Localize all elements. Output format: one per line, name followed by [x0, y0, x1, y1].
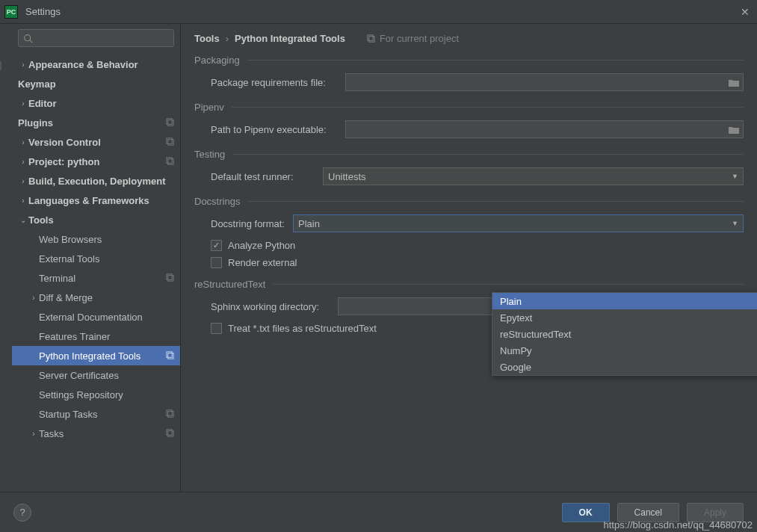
search-input[interactable]: [18, 29, 174, 47]
tree-item[interactable]: ›Version Control: [12, 132, 180, 152]
tree-item[interactable]: ›Tasks: [12, 424, 180, 443]
dropdown-item[interactable]: reStructuredText: [492, 326, 757, 342]
button-bar: ? OK Cancel Apply: [0, 492, 757, 532]
svg-rect-2: [167, 138, 172, 143]
section-docstrings-header: Docstrings: [194, 196, 744, 207]
label-package-req: Package requirements file:: [211, 77, 345, 88]
copy-icon: [366, 34, 376, 43]
section-packaging-header: Packaging: [194, 55, 744, 66]
tree-item-label: Python Integrated Tools: [39, 350, 165, 362]
tree-item-label: Server Certificates: [39, 370, 176, 381]
svg-rect-11: [168, 412, 173, 417]
tree-item-label: Diff & Merge: [39, 292, 176, 303]
tree-item-label: Tasks: [39, 428, 165, 439]
tree-item-label: Editor: [28, 98, 176, 109]
svg-rect-4: [167, 158, 172, 163]
chevron-icon: ⌄: [18, 216, 28, 224]
tree-item-label: Features Trainer: [39, 331, 176, 342]
tree-item-label: Tools: [28, 214, 176, 226]
tree-item[interactable]: Terminal: [12, 268, 180, 288]
tree-item[interactable]: ›Appearance & Behavior: [12, 55, 180, 74]
breadcrumb-sep: ›: [226, 33, 229, 44]
folder-icon[interactable]: [725, 121, 743, 137]
tree-item[interactable]: Settings Repository: [12, 385, 180, 404]
tree-item-label: Startup Tasks: [39, 409, 165, 420]
chevron-icon: ›: [18, 61, 28, 69]
copy-icon: [165, 350, 176, 361]
chevron-icon: ›: [18, 158, 28, 166]
checkbox-analyze-python[interactable]: ✓ Analyze Python: [194, 240, 744, 251]
section-pipenv: Pipenv Path to Pipenv executable:: [194, 102, 744, 138]
tree-item[interactable]: Server Certificates: [12, 365, 180, 385]
dropdown-item[interactable]: Plain: [492, 293, 757, 309]
tree-item[interactable]: ›Editor: [12, 93, 180, 113]
checkbox-render-external[interactable]: Render external: [194, 257, 744, 268]
label-docstring-format: Docstring format:: [211, 218, 293, 229]
body: ›Appearance & BehaviorKeymap›EditorPlugi…: [0, 24, 757, 492]
tree-item[interactable]: Web Browsers: [12, 229, 180, 249]
dropdown-item[interactable]: Epytext: [492, 309, 757, 326]
dropdown-item[interactable]: NumPy: [492, 342, 757, 359]
row-pipenv-path: Path to Pipenv executable:: [194, 120, 744, 138]
folder-icon[interactable]: [725, 74, 743, 90]
tree-item[interactable]: ›Project: python: [12, 152, 180, 171]
tree-item[interactable]: ›Languages & Frameworks: [12, 191, 180, 210]
chevron-icon: ›: [28, 294, 39, 302]
main-panel: Tools › Python Integrated Tools For curr…: [181, 24, 757, 492]
ok-button[interactable]: OK: [562, 503, 610, 522]
label-test-runner: Default test runner:: [211, 171, 323, 182]
dropdown-item[interactable]: Google: [492, 359, 757, 375]
svg-rect-8: [167, 352, 172, 357]
select-docstring-format[interactable]: Plain ▼: [293, 214, 744, 232]
tree-item[interactable]: ⌄Tools: [12, 210, 180, 229]
svg-rect-9: [168, 353, 173, 359]
breadcrumb-root[interactable]: Tools: [194, 33, 220, 44]
section-testing-header: Testing: [194, 149, 744, 160]
checkbox-icon-unchecked: [211, 257, 222, 268]
copy-icon: [165, 273, 176, 283]
breadcrumb: Tools › Python Integrated Tools For curr…: [194, 33, 744, 44]
checkbox-icon-unchecked: [211, 323, 222, 334]
select-test-runner[interactable]: Unittests ▼: [323, 167, 744, 185]
checkbox-icon-checked: ✓: [211, 240, 222, 251]
tree-item-label: Settings Repository: [39, 389, 176, 400]
svg-rect-3: [168, 140, 173, 145]
sidebar: ›Appearance & BehaviorKeymap›EditorPlugi…: [12, 24, 181, 492]
tree-item-label: Keymap: [18, 78, 176, 90]
gutter-notch: [0, 61, 1, 70]
title-bar: PC Settings ✕: [0, 0, 757, 24]
for-current-project: For current project: [366, 33, 459, 44]
svg-rect-0: [167, 119, 172, 124]
svg-rect-15: [369, 37, 374, 42]
svg-rect-10: [167, 410, 172, 415]
svg-rect-7: [168, 276, 173, 281]
chevron-icon: ›: [18, 197, 28, 205]
tree-item[interactable]: Features Trainer: [12, 327, 180, 346]
tree-item[interactable]: ›Build, Execution, Deployment: [12, 171, 180, 191]
tree-item[interactable]: Keymap: [12, 74, 180, 93]
app-icon: PC: [4, 5, 18, 19]
input-pipenv-path[interactable]: [345, 120, 744, 138]
label-sphinx-dir: Sphinx working directory:: [211, 301, 338, 312]
tree-item[interactable]: Plugins: [12, 113, 180, 132]
help-button[interactable]: ?: [13, 504, 31, 522]
left-gutter: [0, 24, 12, 492]
section-pipenv-header: Pipenv: [194, 102, 744, 113]
tree-item[interactable]: ›Diff & Merge: [12, 288, 180, 307]
apply-button[interactable]: Apply: [687, 503, 744, 522]
svg-rect-12: [167, 430, 172, 435]
tree-item-label: Project: python: [28, 156, 165, 167]
input-package-req[interactable]: [345, 73, 744, 91]
tree-item[interactable]: External Documentation: [12, 307, 180, 327]
cancel-button[interactable]: Cancel: [617, 503, 679, 522]
tree-item-label: Version Control: [28, 137, 165, 148]
close-icon[interactable]: ✕: [741, 6, 750, 18]
tree-item-label: Appearance & Behavior: [28, 59, 176, 70]
tree-item[interactable]: Startup Tasks: [12, 404, 180, 424]
tree-item[interactable]: Python Integrated Tools: [12, 346, 180, 365]
tree-item-label: Languages & Frameworks: [28, 195, 176, 206]
dropdown-docstring-format[interactable]: PlainEpytextreStructuredTextNumPyGoogle: [492, 292, 757, 376]
tree-item[interactable]: External Tools: [12, 249, 180, 268]
svg-rect-5: [168, 159, 173, 164]
section-docstrings: Docstrings Docstring format: Plain ▼ ✓ A…: [194, 196, 744, 268]
